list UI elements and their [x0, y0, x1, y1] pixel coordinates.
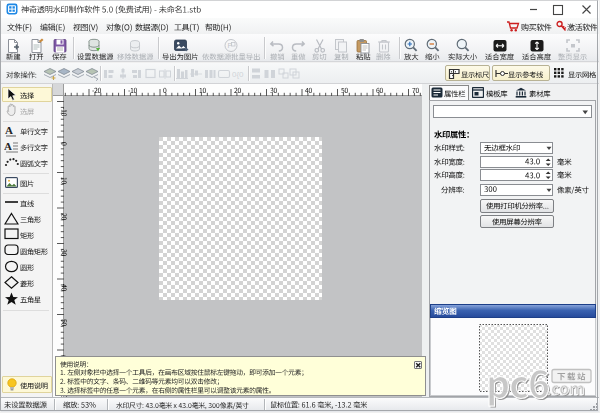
svg-text:A: A — [4, 140, 12, 152]
svg-text:0{0: 0{0 — [232, 70, 244, 79]
svg-text:A: A — [5, 124, 13, 136]
